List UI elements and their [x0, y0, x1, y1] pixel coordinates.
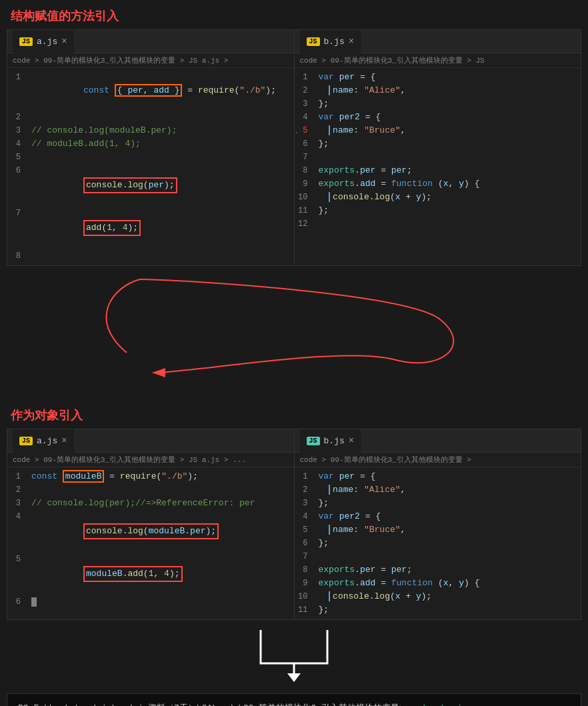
section1-right-code: 1 var per = { 2 name: "Alice", 3 }; 4 va… — [295, 68, 581, 233]
line-content: }; — [319, 137, 581, 151]
line-num: 2 — [7, 483, 31, 497]
line-num: 6 — [295, 537, 319, 550]
code-line: 8 exports.per = per; — [295, 563, 581, 577]
code-line: 7 — [295, 151, 581, 164]
code-line: 8 exports.per = per; — [295, 164, 581, 177]
code-line: 7 — [295, 550, 581, 563]
line-content — [31, 595, 294, 609]
line-num: 1 — [7, 470, 31, 483]
line-num: 4 — [7, 510, 31, 523]
line-num: 8 — [7, 249, 31, 263]
js-badge: JS — [19, 37, 33, 46]
terminal-prompt-line: PS F:\books\nodejs\nodejs资料（7天）\01\code\… — [18, 702, 570, 706]
section1-left-code: 1 const { per, add } = require("./b"); 2… — [7, 68, 294, 265]
section1-right-pane: JS b.js × code > 09-简单的模块化3_引入其他模块的变量 > … — [295, 30, 581, 265]
tab-close[interactable]: × — [349, 435, 354, 446]
line-num: 6 — [7, 164, 31, 177]
line-content: exports.add = function (x, y) { — [319, 177, 581, 191]
code-line: 3 // console.log(per);//=>ReferenceError… — [7, 497, 294, 510]
section2-right-breadcrumb: code > 09-简单的模块化3_引入其他模块的变量 > — [295, 453, 581, 467]
code-line: 4 var per2 = { — [295, 111, 581, 124]
line-content: console.log(x + y); — [319, 590, 581, 603]
line-content: exports.per = per; — [319, 563, 581, 577]
code-line: 4 console.log(moduleB.per); — [7, 510, 294, 553]
section1-left-pane: JS a.js × code > 09-简单的模块化3_引入其他模块的变量 > … — [7, 30, 295, 265]
line-num: 3 — [7, 124, 31, 137]
line-num: 5 — [7, 553, 31, 566]
line-num: 1 — [295, 71, 319, 84]
js-badge: JS — [19, 437, 33, 445]
line-content: }; — [319, 603, 581, 617]
tab-close[interactable]: × — [61, 435, 67, 446]
code-line: 5 name: "Bruce", · — [295, 124, 581, 137]
line-content: name: "Bruce", — [319, 523, 581, 537]
section2-title: 作为对象引入 — [0, 399, 588, 429]
line-num: 3 — [295, 497, 319, 510]
code-line: 4 var per2 = { — [295, 510, 581, 523]
section2-left-tab[interactable]: JS a.js × — [13, 429, 74, 453]
line-num: 2 — [7, 111, 31, 124]
code-line: 2 name: "Alice", — [295, 84, 581, 97]
line-content: // console.log(moduleB.per); — [31, 124, 294, 137]
tab-filename: a.js — [37, 436, 57, 446]
line-num: 4 — [295, 111, 319, 124]
code-line: 11 }; — [295, 603, 581, 617]
line-num: 2 — [295, 483, 319, 497]
line-num: 9 — [295, 577, 319, 590]
line-content: console.log(moduleB.per); — [31, 510, 294, 553]
arrow-between-sections — [7, 266, 581, 399]
line-content: const { per, add } = require("./b"); — [31, 71, 294, 111]
section2-left-pane: JS a.js × code > 09-简单的模块化3_引入其他模块的变量 > … — [7, 429, 295, 619]
js-badge-green: JS — [307, 437, 320, 445]
section2-right-code: 1 var per = { 2 name: "Alice", 3 }; 4 va… — [295, 467, 581, 619]
code-line: 7 add(1, 4); — [7, 207, 294, 249]
line-content: }; — [319, 537, 581, 550]
svg-marker-2 — [287, 673, 301, 682]
code-line: 12 — [295, 217, 581, 231]
code-line: 4 // moduleB.add(1, 4); — [7, 137, 294, 151]
section1-editor-pair: JS a.js × code > 09-简单的模块化3_引入其他模块的变量 > … — [7, 29, 581, 266]
section2-left-tabbar: JS a.js × — [7, 429, 294, 453]
line-content: }; — [319, 497, 581, 510]
section2-right-tabbar: JS b.js × — [295, 429, 581, 453]
line-num: 1 — [7, 71, 31, 84]
line-num: 11 — [295, 204, 319, 217]
tab-close[interactable]: × — [349, 36, 354, 47]
line-content: name: "Alice", — [319, 84, 581, 97]
tab-close[interactable]: × — [61, 36, 67, 47]
line-num: 8 — [295, 563, 319, 577]
line-content: exports.per = per; — [319, 164, 581, 177]
line-num: 8 — [295, 164, 319, 177]
section1-left-tabbar: JS a.js × — [7, 30, 294, 53]
code-line: 1 const { per, add } = require("./b"); — [7, 71, 294, 111]
line-num: 7 — [295, 151, 319, 164]
line-num: 12 — [295, 217, 319, 231]
terminal-section: PS F:\books\nodejs\nodejs资料（7天）\01\code\… — [7, 693, 581, 706]
line-content: var per2 = { — [319, 510, 581, 523]
line-num: 10 — [295, 590, 319, 603]
terminal-path: PS F:\books\nodejs\nodejs资料（7天）\01\code\… — [18, 703, 405, 706]
line-content: console.log(x + y); — [319, 191, 581, 204]
line-content: var per = { — [319, 71, 581, 84]
line-content: // console.log(per);//=>ReferenceError: … — [31, 497, 294, 510]
down-arrow-area — [7, 620, 581, 687]
js-badge: JS — [307, 37, 320, 46]
code-line: 2 — [7, 483, 294, 497]
line-num: 7 — [295, 550, 319, 563]
code-line: 5 name: "Bruce", — [295, 523, 581, 537]
tab-filename: b.js — [324, 436, 345, 446]
line-num: 3 — [295, 97, 319, 111]
line-num: 1 — [295, 470, 319, 483]
code-line: 5 — [7, 151, 294, 164]
section2-right-tab[interactable]: JS b.js × — [300, 429, 361, 453]
code-line: 6 — [7, 595, 294, 609]
section1-left-tab[interactable]: JS a.js × — [13, 30, 74, 53]
code-line: 5 moduleB.add(1, 4); — [7, 553, 294, 595]
code-line: 10 console.log(x + y); — [295, 191, 581, 204]
section2-left-breadcrumb: code > 09-简单的模块化3_引入其他模块的变量 > JS a.js > … — [7, 453, 294, 467]
line-num: 2 — [295, 84, 319, 97]
section1-right-tab[interactable]: JS b.js × — [300, 30, 361, 53]
line-num: 6 — [7, 595, 31, 609]
tab-filename: b.js — [324, 37, 345, 47]
code-line: 6 console.log(per); — [7, 164, 294, 207]
